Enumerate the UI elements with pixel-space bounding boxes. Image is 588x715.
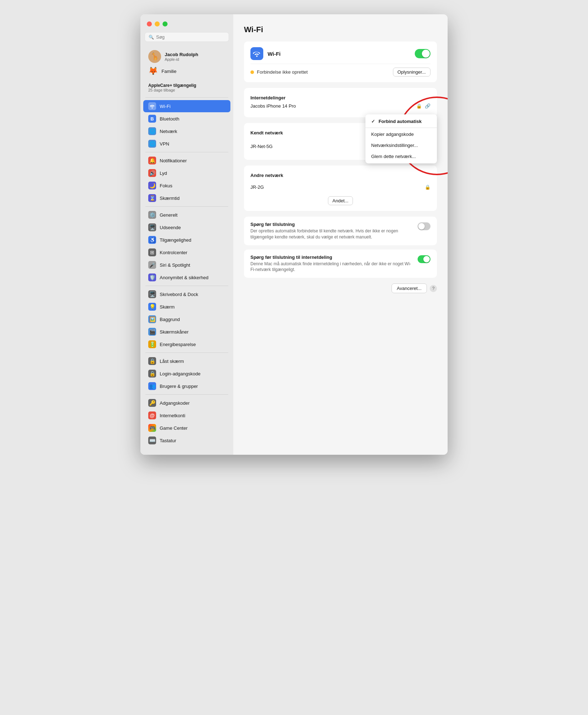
other-network-button[interactable]: Andet... — [328, 196, 353, 205]
battery-icon: 🔋 — [148, 340, 156, 348]
ask-toggle-2[interactable] — [418, 255, 430, 263]
sidebar-label-screentime: Skærmtid — [160, 196, 180, 201]
ask-text-2: Spørg før tilslutning til internetdeling… — [250, 255, 412, 273]
ask-title-1: Spørg før tilslutning — [250, 222, 412, 227]
window-controls — [140, 21, 233, 32]
accessibility-icon: ♿ — [148, 236, 156, 244]
loginpassword-icon: 🔒 — [148, 370, 156, 378]
applecare-subtitle: 25 dage tilbage — [148, 88, 225, 92]
known-network-name: JR-Net-5G — [250, 144, 273, 149]
sidebar-label-internetaccounts: Internetkonti — [160, 413, 185, 418]
search-icon: 🔍 — [149, 35, 154, 40]
sidebar-item-notifications[interactable]: 🔔 Notifikationer — [143, 154, 230, 167]
sidebar-item-lockscreen[interactable]: 🔒 Låst skærm — [143, 355, 230, 367]
sidebar-item-bluetooth[interactable]: B Bluetooth — [143, 113, 230, 125]
ask-row-2: Spørg før tilslutning til internetdeling… — [250, 255, 430, 273]
dropdown-item-copy[interactable]: Kopier adgangskode — [365, 129, 437, 140]
sidebar-item-display[interactable]: 💡 Skærm — [143, 301, 230, 313]
sidebar-item-vpn[interactable]: 🌐 VPN — [143, 138, 230, 150]
sidebar-item-battery[interactable]: 🔋 Energibesparelse — [143, 338, 230, 350]
maximize-button[interactable] — [163, 21, 168, 26]
dropdown-menu: ✓ Forbind automatisk Kopier adgangskode … — [365, 114, 437, 163]
sidebar-label-desk: Skrivebord & Dock — [160, 292, 198, 297]
other-network-icons: 🔒 — [425, 184, 430, 190]
sidebar-item-siri[interactable]: 🎤 Siri & Spotlight — [143, 259, 230, 271]
sidebar-item-controlcenter[interactable]: ⊞ Kontrolcenter — [143, 246, 230, 258]
sidebar: 🔍 🦒 Jacob Rudolph Apple-id 🦊 Familie App… — [140, 14, 233, 455]
keyboard-icon: ⌨️ — [148, 437, 156, 444]
sidebar-label-network: Netværk — [160, 129, 177, 134]
sidebar-item-focus[interactable]: 🌙 Fokus — [143, 179, 230, 192]
sidebar-item-network[interactable]: 🌐 Netværk — [143, 125, 230, 137]
general-icon: ⚙️ — [148, 211, 156, 219]
vpn-icon: 🌐 — [148, 140, 156, 148]
display-icon: 💡 — [148, 303, 156, 311]
sidebar-label-wallpaper: Baggrund — [160, 317, 180, 322]
search-bar[interactable]: 🔍 — [145, 32, 229, 42]
wifi-toggle[interactable] — [415, 49, 430, 58]
settings-window: 🔍 🦒 Jacob Rudolph Apple-id 🦊 Familie App… — [140, 14, 448, 455]
advanced-button[interactable]: Avanceret... — [392, 283, 427, 293]
connection-status: Forbindelse ikke oprettet Oplysninger... — [250, 64, 430, 77]
hotspot-icons: 🔒 🔗 — [416, 103, 430, 109]
bluetooth-icon: B — [148, 115, 156, 123]
internetaccounts-icon: @ — [148, 411, 156, 419]
sidebar-item-users[interactable]: 👥 Brugere & grupper — [143, 380, 230, 392]
sound-icon: 🔊 — [148, 169, 156, 177]
sidebar-item-loginpassword[interactable]: 🔒 Login-adgangskode — [143, 368, 230, 380]
lockscreen-icon: 🔒 — [148, 357, 156, 365]
divider3 — [145, 206, 228, 207]
screensaver-icon: 🎬 — [148, 328, 156, 336]
sidebar-item-wifi[interactable]: Wi-Fi — [143, 100, 230, 112]
user-item[interactable]: 🦒 Jacob Rudolph Apple-id — [145, 48, 228, 65]
network-icon: 🌐 — [148, 127, 156, 135]
sidebar-item-desk[interactable]: 🖥️ Skrivebord & Dock — [143, 288, 230, 300]
sidebar-item-general[interactable]: ⚙️ Generelt — [143, 209, 230, 221]
dropdown-item-forget[interactable]: Glem dette netværk... — [365, 151, 437, 162]
sidebar-label-lockscreen: Låst skærm — [160, 359, 184, 364]
sidebar-item-passwords[interactable]: 🔑 Adgangskoder — [143, 397, 230, 409]
sidebar-label-display: Skærm — [160, 304, 175, 310]
ask-row-1: Spørg før tilslutning Der oprettes autom… — [250, 222, 430, 240]
family-item[interactable]: 🦊 Familie — [145, 65, 228, 79]
help-button[interactable]: ? — [430, 285, 437, 292]
ask-desc-2: Denne Mac må automatisk finde internetde… — [250, 261, 412, 273]
link-icon: 🔗 — [425, 103, 430, 109]
divider5 — [145, 352, 228, 353]
sidebar-label-controlcenter: Kontrolcenter — [160, 250, 187, 255]
sidebar-label-vpn: VPN — [160, 141, 169, 147]
status-text: Forbindelse ikke oprettet — [250, 69, 308, 75]
sidebar-item-keyboard[interactable]: ⌨️ Tastatur — [143, 434, 230, 447]
sidebar-label-loginpassword: Login-adgangskode — [160, 371, 200, 376]
minimize-button[interactable] — [155, 21, 160, 26]
sidebar-item-screensaver[interactable]: 🎬 Skærmskåner — [143, 326, 230, 338]
sidebar-label-focus: Fokus — [160, 183, 172, 188]
sidebar-item-internetaccounts[interactable]: @ Internetkonti — [143, 409, 230, 421]
dropdown-item-auto[interactable]: ✓ Forbind automatisk — [365, 116, 437, 127]
dropdown-item-settings[interactable]: Netværksindstillinger... — [365, 140, 437, 151]
close-button[interactable] — [147, 21, 152, 26]
wifi-icon — [148, 102, 156, 110]
ask-section-1: Spørg før tilslutning Der oprettes autom… — [244, 217, 437, 245]
sidebar-item-privacy[interactable]: 🛡️ Anonymitet & sikkerhed — [143, 271, 230, 283]
wifi-label: Wi-Fi — [268, 51, 281, 57]
gamecenter-icon: 🎮 — [148, 424, 156, 432]
divider4 — [145, 286, 228, 286]
sidebar-item-gamecenter[interactable]: 🎮 Game Center — [143, 422, 230, 434]
user-info: Jacob Rudolph Apple-id — [165, 52, 198, 61]
wifi-large-icon — [250, 47, 263, 60]
ask-toggle-1[interactable] — [418, 222, 430, 230]
users-icon: 👥 — [148, 382, 156, 390]
notifications-icon: 🔔 — [148, 157, 156, 164]
info-button[interactable]: Oplysninger... — [393, 68, 431, 77]
family-label: Familie — [161, 69, 176, 74]
page-title: Wi-Fi — [244, 25, 437, 34]
sidebar-item-sound[interactable]: 🔊 Lyd — [143, 167, 230, 179]
sidebar-item-wallpaper[interactable]: 🖼️ Baggrund — [143, 313, 230, 325]
sidebar-item-screentime[interactable]: ⌛ Skærmtid — [143, 192, 230, 204]
sidebar-label-battery: Energibesparelse — [160, 342, 196, 347]
sidebar-item-appearance[interactable]: 🖥️ Udseende — [143, 221, 230, 233]
search-input[interactable] — [156, 34, 225, 40]
family-avatar-icon: 🦊 — [148, 66, 158, 76]
sidebar-item-accessibility[interactable]: ♿ Tilgængelighed — [143, 234, 230, 246]
